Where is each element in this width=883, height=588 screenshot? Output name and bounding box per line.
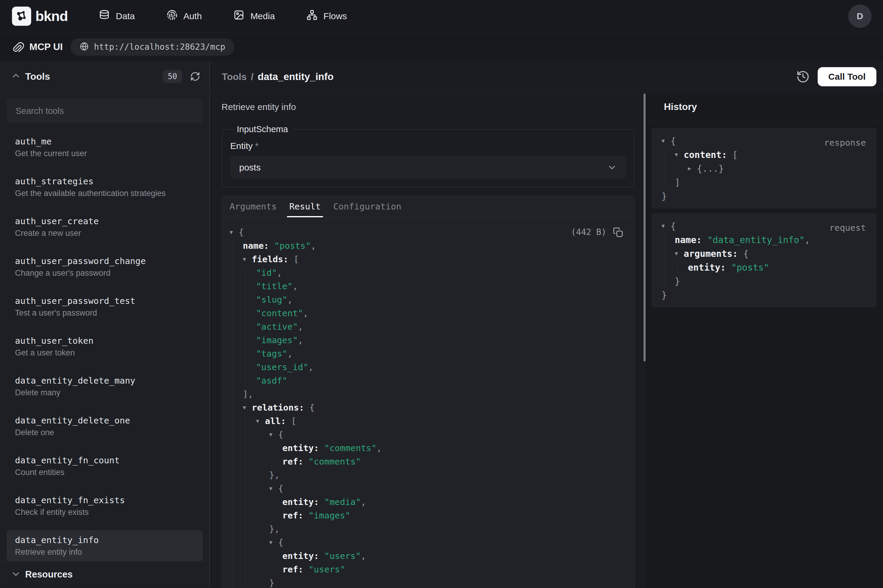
tool-name: auth_user_token	[15, 335, 196, 346]
main-header: Tools / data_entity_info Call Tool	[210, 62, 883, 92]
tool-name: data_entity_delete_one	[15, 415, 196, 426]
nav-label: Media	[250, 11, 275, 21]
tool-list-item-auth_me[interactable]: auth_meGet the current user	[7, 132, 202, 163]
json-row: }	[229, 576, 623, 588]
result-card: ArgumentsResultConfiguration ▼{(442 B)na…	[222, 196, 635, 588]
sidebar: Tools 50 auth_meGet the current userauth…	[0, 62, 210, 588]
tool-list-item-auth_user_password_test[interactable]: auth_user_password_testTest a user's pas…	[7, 291, 202, 322]
json-row: entity: "media",	[229, 495, 623, 508]
call-tool-button[interactable]: Call Tool	[818, 67, 876, 86]
tree-collapse-icon[interactable]: ▼	[256, 418, 265, 424]
tool-list-item-data_entity_info[interactable]: data_entity_infoRetrieve entity info	[7, 530, 202, 561]
main-scrollbar-thumb[interactable]	[643, 93, 646, 362]
chevron-down-icon	[11, 569, 20, 580]
tool-name: auth_user_password_change	[15, 256, 196, 267]
tool-name: data_entity_delete_many	[15, 375, 196, 386]
json-row: "active",	[229, 320, 623, 333]
entity-select-value: posts	[239, 162, 261, 172]
history-header: History	[646, 92, 883, 122]
json-row: ref: "users"	[229, 562, 623, 576]
tree-collapse-icon[interactable]: ▼	[661, 223, 670, 229]
entity-select[interactable]: posts	[230, 156, 626, 178]
tool-description-text: Retrieve entity info	[222, 102, 635, 112]
tool-list-item-auth_user_create[interactable]: auth_user_createCreate a new user	[7, 211, 202, 243]
tab-result[interactable]: Result	[289, 196, 321, 217]
tree-collapse-icon[interactable]: ▼	[269, 432, 278, 437]
history-entry-request[interactable]: request▼{name: "data_entity_info",▼argum…	[651, 213, 877, 307]
tree-collapse-icon[interactable]: ▼	[269, 486, 278, 491]
tree-collapse-icon[interactable]: ▼	[229, 230, 238, 235]
history-entry-response[interactable]: response▼{▼content: [▶{...}]}	[651, 128, 877, 208]
json-row: ▼{	[229, 482, 623, 495]
json-row: ▼arguments: {	[661, 247, 867, 260]
tree-collapse-icon[interactable]: ▼	[675, 152, 684, 158]
bknd-logo-icon	[12, 7, 31, 26]
tool-list-item-auth_user_password_change[interactable]: auth_user_password_changeChange a user's…	[7, 251, 202, 283]
mcp-bar: MCP UI http://localhost:28623/mcp	[0, 32, 883, 62]
json-row: name: "posts",	[229, 239, 623, 252]
avatar[interactable]: D	[848, 4, 872, 28]
tool-description: Change a user's password	[15, 268, 196, 278]
nav-item-auth[interactable]: Auth	[166, 10, 202, 22]
tool-description: Get the current user	[15, 148, 196, 159]
search-input[interactable]	[7, 99, 202, 123]
tool-list-item-auth_strategies[interactable]: auth_strategiesGet the available authent…	[7, 171, 202, 203]
json-row: ▼{	[661, 134, 867, 148]
nav-label: Auth	[183, 11, 202, 21]
nav-item-data[interactable]: Data	[99, 10, 135, 22]
history-icon[interactable]	[796, 70, 810, 84]
tool-name: auth_strategies	[15, 176, 196, 187]
tool-list-item-data_entity_delete_many[interactable]: data_entity_delete_manyDelete many	[7, 371, 202, 402]
main-scrollbar[interactable]	[643, 92, 646, 588]
json-row: }	[661, 288, 867, 302]
tree-expand-icon[interactable]: ▶	[688, 166, 697, 171]
history-cards: response▼{▼content: [▶{...}]}request▼{na…	[646, 122, 883, 307]
resources-section-title: Resources	[25, 569, 73, 580]
tree-collapse-icon[interactable]: ▼	[269, 540, 278, 545]
tool-list-item-data_entity_delete_one[interactable]: data_entity_delete_oneDelete one	[7, 411, 202, 442]
tool-list-item-auth_user_token[interactable]: auth_user_tokenGet a user token	[7, 331, 202, 362]
tools-section-header[interactable]: Tools 50	[0, 62, 209, 92]
json-row: },	[229, 468, 623, 482]
tools-count-badge: 50	[163, 70, 182, 83]
tree-collapse-icon[interactable]: ▼	[243, 256, 252, 262]
refresh-icon[interactable]	[190, 71, 200, 81]
json-row: "title",	[229, 279, 623, 293]
json-row: entity: "comments",	[229, 441, 623, 454]
mcp-title: MCP UI	[29, 41, 63, 52]
nav-item-media[interactable]: Media	[234, 10, 275, 22]
tree-collapse-icon[interactable]: ▼	[661, 138, 670, 144]
workflow-icon	[307, 10, 318, 22]
brand-name: bknd	[35, 8, 68, 24]
resources-section-header[interactable]: Resources	[0, 561, 209, 588]
input-schema-fieldset: InputSchema Entity* posts	[222, 124, 634, 187]
tool-list-scroll-area[interactable]: auth_meGet the current userauth_strategi…	[0, 92, 209, 561]
tab-configuration[interactable]: Configuration	[333, 196, 401, 217]
nav-item-flows[interactable]: Flows	[307, 10, 347, 22]
json-row: ▼{	[229, 428, 623, 441]
json-row: "tags",	[229, 347, 623, 360]
tab-arguments[interactable]: Arguments	[229, 196, 277, 217]
tool-list-item-data_entity_fn_exists[interactable]: data_entity_fn_existsCheck if entity exi…	[7, 490, 202, 522]
json-row: name: "data_entity_info",	[661, 233, 867, 247]
json-row: ▼content: [	[661, 148, 867, 162]
tree-collapse-icon[interactable]: ▼	[675, 251, 684, 256]
tool-description: Test a user's password	[15, 308, 196, 318]
history-title: History	[664, 101, 697, 112]
mcp-url-pill[interactable]: http://localhost:28623/mcp	[70, 38, 234, 56]
json-row: entity: "posts"	[661, 260, 867, 274]
database-icon	[99, 10, 110, 22]
tool-name: data_entity_fn_count	[15, 455, 196, 466]
json-row: "slug",	[229, 293, 623, 306]
tree-collapse-icon[interactable]: ▼	[243, 405, 252, 410]
json-row: "users_id",	[229, 360, 623, 374]
copy-icon[interactable]	[613, 227, 623, 237]
tool-description: Retrieve entity info	[15, 547, 196, 557]
json-row: ],	[229, 387, 623, 401]
json-row: ▼all: [	[229, 414, 623, 428]
json-row: ▼{	[229, 536, 623, 549]
tool-list-item-data_entity_fn_count[interactable]: data_entity_fn_countCount entities	[7, 450, 202, 482]
brand[interactable]: bknd	[12, 7, 68, 26]
breadcrumb-section[interactable]: Tools	[222, 71, 247, 82]
json-row: ▼{	[661, 219, 867, 233]
